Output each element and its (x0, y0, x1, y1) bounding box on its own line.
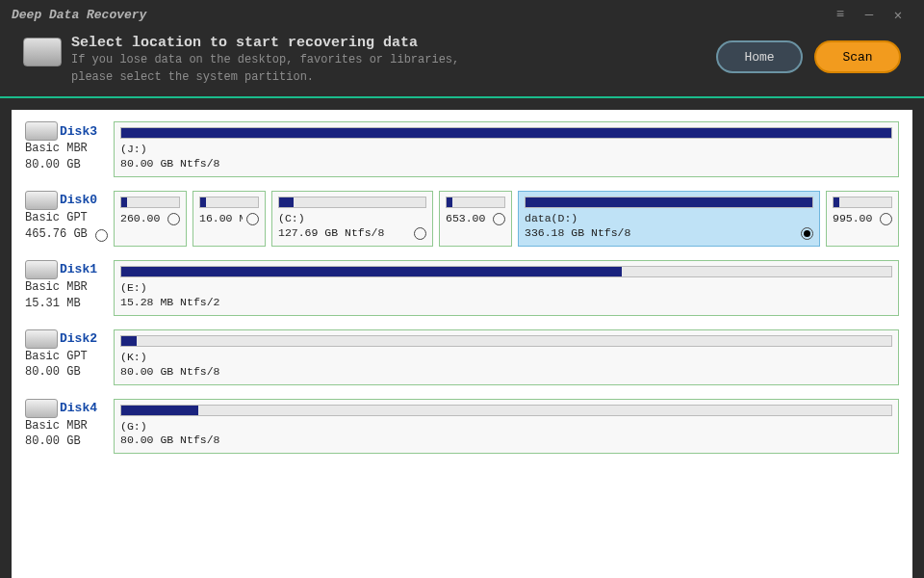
partition-radio[interactable] (167, 213, 180, 225)
disk-name: Disk4 (60, 401, 97, 415)
usage-bar (525, 197, 813, 208)
usage-bar (446, 197, 505, 208)
partition-label: (G:) (120, 420, 892, 434)
partition[interactable]: (J:)80.00 GB Ntfs/8 (114, 121, 899, 177)
disk-type: Basic GPT (25, 210, 108, 226)
partition-info: 127.69 GB Ntfs/8 (278, 226, 384, 241)
close-icon[interactable]: ✕ (884, 7, 912, 23)
partition[interactable]: (G:)80.00 GB Ntfs/8 (114, 399, 899, 455)
usage-bar (120, 197, 180, 208)
scan-button[interactable]: Scan (814, 40, 901, 73)
disk-name: Disk1 (60, 262, 97, 276)
disk-icon (25, 329, 58, 349)
partition-radio[interactable] (246, 213, 259, 225)
partition-radio[interactable] (880, 213, 892, 225)
partition-info: 80.00 GB Ntfs/8 (120, 365, 220, 380)
disk-name: Disk0 (60, 193, 97, 207)
disk-label: Disk3Basic MBR80.00 GB (25, 121, 108, 177)
header: Select location to start recovering data… (0, 29, 924, 94)
partition[interactable]: 995.00 . (826, 191, 899, 247)
disk-icon (25, 399, 58, 418)
disk-name: Disk3 (60, 124, 97, 139)
disk-size: 80.00 GB (25, 434, 81, 450)
partition-label: (E:) (120, 281, 892, 296)
usage-bar (278, 197, 426, 208)
home-button[interactable]: Home (716, 40, 803, 73)
partition-info: 653.00 . (446, 212, 489, 226)
disk-group: Disk2Basic GPT80.00 GB(K:)80.00 GB Ntfs/… (25, 329, 899, 385)
disk-label: Disk0Basic GPT465.76 GB (25, 191, 108, 247)
partition-label: (K:) (120, 351, 892, 365)
disk-group: Disk4Basic MBR80.00 GB(G:)80.00 GB Ntfs/… (25, 399, 899, 455)
page-subtitle-1: If you lose data on the desktop, favorit… (71, 53, 716, 68)
titlebar: Deep Data Recovery ≡ — ✕ (0, 0, 924, 29)
partition[interactable]: 653.00 . (439, 191, 512, 247)
disk-group: Disk3Basic MBR80.00 GB(J:)80.00 GB Ntfs/… (25, 121, 899, 177)
partition-radio[interactable] (801, 227, 813, 240)
disk-icon (25, 260, 58, 279)
disk-size: 15.31 MB (25, 296, 81, 312)
accent-divider (0, 96, 924, 98)
usage-bar (120, 335, 892, 347)
drive-icon (23, 38, 62, 66)
partition[interactable]: 16.00 M. (192, 191, 266, 247)
partition-radio[interactable] (493, 213, 505, 225)
disk-type: Basic MBR (25, 141, 108, 157)
disk-type: Basic MBR (25, 279, 108, 296)
partition-label: (C:) (278, 212, 426, 226)
page-subtitle-2: please select the system partition. (71, 70, 716, 86)
disk-label: Disk2Basic GPT80.00 GB (25, 329, 108, 385)
disk-name: Disk2 (60, 331, 97, 346)
partition-radio[interactable] (414, 227, 426, 240)
disk-type: Basic GPT (25, 349, 108, 365)
usage-bar (833, 197, 892, 208)
usage-bar (199, 197, 259, 208)
disk-label: Disk1Basic MBR15.31 MB (25, 260, 108, 316)
disk-icon (25, 191, 58, 210)
partition-info: 80.00 GB Ntfs/8 (120, 157, 220, 171)
disk-label: Disk4Basic MBR80.00 GB (25, 399, 108, 455)
partition[interactable]: (C:)127.69 GB Ntfs/8 (271, 191, 433, 247)
disk-group: Disk0Basic GPT465.76 GB260.00 .16.00 M.(… (25, 191, 899, 247)
partition-info: 15.28 MB Ntfs/2 (120, 296, 220, 310)
partition[interactable]: (K:)80.00 GB Ntfs/8 (114, 329, 899, 385)
page-title: Select location to start recovering data (71, 35, 716, 51)
partition-label: data(D:) (525, 212, 813, 226)
disk-group: Disk1Basic MBR15.31 MB(E:)15.28 MB Ntfs/… (25, 260, 899, 316)
partition-info: 995.00 . (833, 212, 876, 226)
disk-size: 80.00 GB (25, 364, 81, 381)
disk-size: 465.76 GB (25, 226, 88, 243)
usage-bar (120, 266, 892, 277)
partition-info: 80.00 GB Ntfs/8 (120, 434, 220, 448)
partition-info: 260.00 . (120, 212, 164, 226)
disk-size: 80.00 GB (25, 157, 81, 173)
partition[interactable]: (E:)15.28 MB Ntfs/2 (114, 260, 899, 316)
minimize-icon[interactable]: — (855, 7, 884, 22)
partition-info: 16.00 M. (199, 212, 243, 226)
disk-list: Disk3Basic MBR80.00 GB(J:)80.00 GB Ntfs/… (12, 110, 912, 578)
disk-type: Basic MBR (25, 418, 108, 434)
app-title: Deep Data Recovery (12, 8, 146, 22)
partition-info: 336.18 GB Ntfs/8 (525, 226, 630, 241)
usage-bar (120, 405, 892, 416)
partition[interactable]: data(D:)336.18 GB Ntfs/8 (518, 191, 820, 247)
disk-icon (25, 121, 58, 141)
partition[interactable]: 260.00 . (114, 191, 187, 247)
usage-bar (120, 127, 892, 139)
menu-icon[interactable]: ≡ (826, 7, 855, 22)
partition-label: (J:) (120, 143, 892, 157)
disk-radio[interactable] (95, 229, 108, 242)
